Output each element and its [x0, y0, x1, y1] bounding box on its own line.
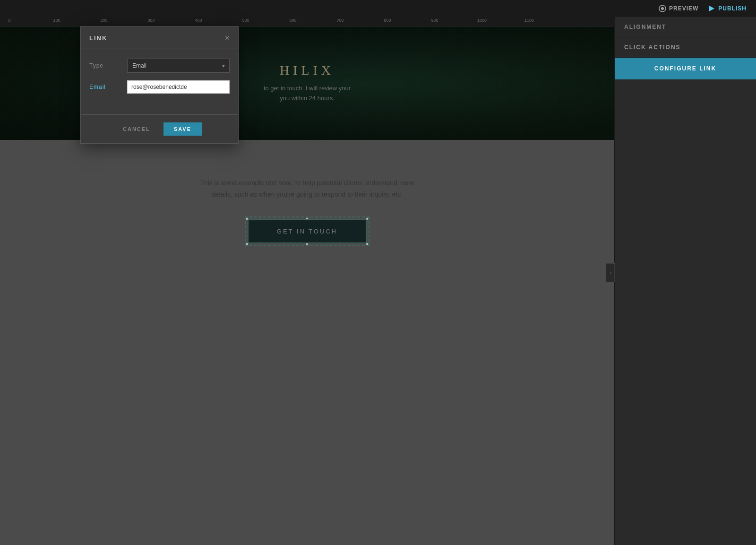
preview-icon [659, 5, 666, 12]
save-button[interactable]: SAVE [163, 122, 202, 136]
type-label: Type [89, 62, 127, 69]
ruler-tick-100: 100 [53, 18, 60, 23]
ruler-tick-1000: 1000 [477, 18, 487, 23]
link-dialog: LINK × Type Email URL Phone Page ▼ Email… [80, 26, 239, 144]
ruler-tick-0: 0 [8, 18, 10, 23]
type-select-wrapper: Email URL Phone Page ▼ [127, 59, 230, 73]
click-actions-section-label: CLICK ACTIONS [615, 37, 756, 58]
ruler-tick-700: 700 [336, 18, 344, 23]
publish-button[interactable]: PUBLISH [708, 5, 747, 12]
dialog-body: Type Email URL Phone Page ▼ Email [81, 49, 238, 111]
cancel-button[interactable]: CANCEL [117, 122, 156, 136]
right-panel: ALIGNMENT CLICK ACTIONS CONFIGURE LINK [614, 17, 756, 545]
publish-icon [708, 5, 715, 12]
preview-button[interactable]: PREVIEW [659, 5, 698, 12]
ruler-tick-500: 500 [242, 18, 249, 23]
type-select[interactable]: Email URL Phone Page [127, 59, 230, 73]
ruler-tick-800: 800 [384, 18, 391, 23]
ruler-tick-600: 600 [289, 18, 296, 23]
ruler-tick-200: 200 [100, 18, 107, 23]
panel-header: ALIGNMENT CLICK ACTIONS CONFIGURE LINK [615, 17, 756, 79]
email-row: Email [89, 80, 230, 94]
dialog-close-button[interactable]: × [224, 34, 230, 42]
ruler-tick-400: 400 [195, 18, 202, 23]
configure-link-button[interactable]: CONFIGURE LINK [615, 58, 756, 79]
alignment-section-label: ALIGNMENT [615, 17, 756, 37]
dialog-header: LINK × [81, 27, 238, 49]
ruler-tick-900: 900 [431, 18, 438, 23]
publish-label: PUBLISH [718, 5, 747, 12]
email-input[interactable] [127, 80, 230, 94]
preview-label: PREVIEW [669, 5, 698, 12]
email-label: Email [89, 84, 127, 90]
type-row: Type Email URL Phone Page ▼ [89, 59, 230, 73]
dialog-title: LINK [89, 35, 107, 42]
top-bar: PREVIEW PUBLISH [0, 0, 756, 17]
ruler-tick-300: 300 [147, 18, 155, 23]
ruler-tick-1100: 1100 [524, 18, 534, 23]
dialog-footer: CANCEL SAVE [81, 115, 238, 143]
svg-point-1 [661, 7, 664, 10]
svg-marker-2 [709, 6, 714, 11]
